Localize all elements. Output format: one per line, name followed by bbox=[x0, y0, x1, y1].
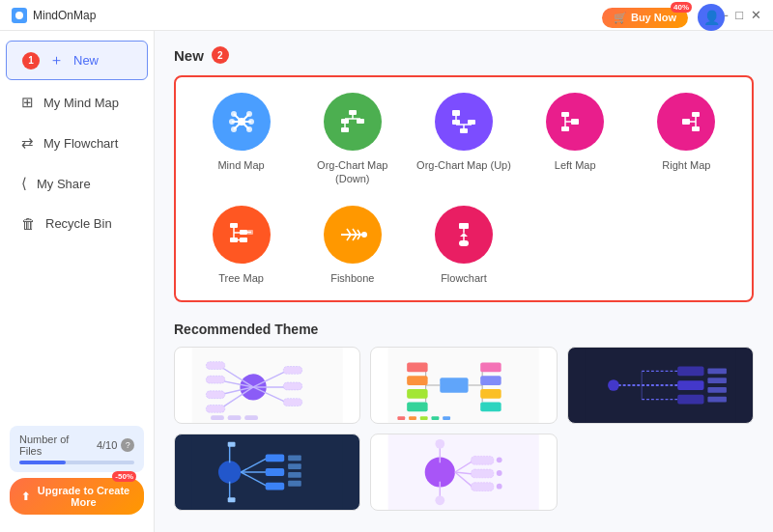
sidebar: 1 ＋ New ⊞ My Mind Map ⇄ My Flowchart ⟨ M… bbox=[0, 31, 155, 532]
mind-map-circle bbox=[213, 93, 271, 151]
map-item-fishbone[interactable]: Fishbone bbox=[302, 206, 402, 285]
svg-rect-111 bbox=[707, 368, 727, 374]
svg-rect-108 bbox=[677, 380, 703, 390]
svg-point-146 bbox=[497, 484, 502, 490]
plus-icon: ＋ bbox=[49, 51, 64, 70]
svg-rect-75 bbox=[206, 376, 225, 383]
buy-now-button[interactable]: 🛒 Buy Now 40% bbox=[602, 8, 688, 28]
info-icon[interactable]: ? bbox=[121, 438, 134, 452]
svg-rect-19 bbox=[357, 119, 364, 124]
svg-rect-40 bbox=[692, 112, 700, 117]
svg-rect-27 bbox=[468, 120, 475, 125]
sidebar-item-my-flowchart[interactable]: ⇄ My Flowchart bbox=[6, 125, 148, 161]
map-item-org-chart-up[interactable]: Org-Chart Map (Up) bbox=[414, 93, 513, 186]
user-icon: 👤 bbox=[703, 10, 720, 25]
main-layout: 1 ＋ New ⊞ My Mind Map ⇄ My Flowchart ⟨ M… bbox=[0, 31, 773, 532]
map-item-right-map[interactable]: Right Map bbox=[637, 93, 736, 186]
svg-point-8 bbox=[231, 111, 237, 117]
sidebar-item-my-share-label: My Share bbox=[37, 177, 91, 191]
upgrade-button[interactable]: ⬆ Upgrade to Create More -50% bbox=[10, 478, 144, 515]
svg-point-144 bbox=[497, 457, 502, 462]
flowchart-label: Flowchart bbox=[441, 271, 487, 285]
svg-point-140 bbox=[436, 495, 445, 505]
map-item-tree-map[interactable]: Tree Map bbox=[191, 206, 291, 285]
theme-card-5[interactable] bbox=[370, 434, 557, 511]
svg-rect-41 bbox=[692, 126, 700, 131]
sidebar-item-new[interactable]: 1 ＋ New bbox=[6, 41, 148, 80]
flowchart-icon: ⇄ bbox=[21, 134, 34, 152]
svg-rect-91 bbox=[407, 402, 427, 411]
svg-rect-143 bbox=[472, 483, 494, 491]
titlebar: MindOnMap ☰ ─ □ ✕ 🛒 Buy Now 40% 👤 bbox=[0, 0, 773, 31]
files-info: Number of Files 4/10 ? bbox=[10, 426, 144, 472]
right-map-label: Right Map bbox=[662, 158, 710, 172]
svg-rect-74 bbox=[206, 362, 225, 370]
maximize-icon[interactable]: □ bbox=[735, 8, 743, 22]
user-avatar[interactable]: 👤 bbox=[698, 4, 725, 31]
app-logo bbox=[12, 8, 27, 23]
svg-rect-112 bbox=[707, 378, 727, 383]
svg-rect-110 bbox=[677, 395, 703, 405]
mind-map-icon: ⊞ bbox=[21, 94, 34, 111]
svg-point-12 bbox=[231, 126, 237, 132]
svg-rect-94 bbox=[481, 362, 501, 372]
app-name: MindOnMap bbox=[33, 9, 96, 22]
svg-rect-21 bbox=[341, 127, 349, 132]
upgrade-badge: -50% bbox=[112, 471, 136, 482]
svg-rect-64 bbox=[459, 240, 469, 246]
titlebar-left: MindOnMap bbox=[12, 8, 96, 23]
theme-card-1[interactable] bbox=[174, 347, 360, 424]
map-item-left-map[interactable]: Left Map bbox=[526, 93, 625, 186]
svg-rect-125 bbox=[266, 454, 285, 462]
sidebar-item-recycle-bin-label: Recycle Bin bbox=[45, 216, 112, 231]
map-item-org-chart-down[interactable]: Org-Chart Map (Down) bbox=[302, 93, 402, 186]
svg-rect-85 bbox=[441, 378, 469, 393]
svg-rect-90 bbox=[407, 389, 427, 399]
svg-rect-83 bbox=[244, 415, 258, 420]
tree-map-circle bbox=[213, 206, 271, 264]
svg-point-145 bbox=[497, 470, 502, 476]
left-map-circle bbox=[546, 93, 604, 151]
files-label-text: Number of Files bbox=[19, 434, 93, 457]
map-item-mind-map[interactable]: Mind Map bbox=[191, 93, 291, 186]
close-icon[interactable]: ✕ bbox=[751, 8, 761, 22]
theme-card-4[interactable] bbox=[174, 434, 360, 511]
svg-rect-128 bbox=[288, 455, 301, 461]
svg-rect-123 bbox=[228, 442, 236, 447]
sidebar-item-my-share[interactable]: ⟨ My Share bbox=[6, 165, 148, 202]
theme-card-3[interactable] bbox=[567, 347, 754, 424]
svg-point-117 bbox=[218, 461, 241, 483]
svg-rect-34 bbox=[561, 112, 569, 117]
svg-point-139 bbox=[436, 439, 445, 449]
svg-point-10 bbox=[229, 119, 235, 125]
map-item-flowchart[interactable]: Flowchart bbox=[414, 206, 513, 285]
sidebar-item-my-mind-map[interactable]: ⊞ My Mind Map bbox=[6, 84, 148, 121]
svg-rect-51 bbox=[240, 238, 247, 242]
svg-point-9 bbox=[246, 111, 252, 117]
svg-rect-60 bbox=[459, 223, 469, 229]
sidebar-item-my-mind-map-label: My Mind Map bbox=[43, 96, 119, 110]
svg-point-59 bbox=[361, 232, 367, 238]
svg-point-0 bbox=[15, 12, 23, 19]
org-chart-up-label: Org-Chart Map (Up) bbox=[416, 158, 511, 172]
svg-point-13 bbox=[246, 126, 252, 132]
svg-rect-141 bbox=[472, 456, 494, 464]
svg-rect-99 bbox=[409, 416, 416, 420]
svg-rect-97 bbox=[481, 402, 501, 411]
files-progress-bar-bg bbox=[19, 461, 134, 464]
svg-rect-42 bbox=[230, 223, 238, 228]
upgrade-icon: ⬆ bbox=[21, 490, 30, 503]
org-chart-down-circle bbox=[324, 93, 382, 151]
theme-grid bbox=[174, 347, 754, 511]
svg-rect-129 bbox=[288, 463, 301, 469]
maps-grid-container: Mind Map bbox=[174, 75, 754, 302]
sidebar-item-my-flowchart-label: My Flowchart bbox=[43, 136, 118, 151]
sidebar-item-recycle-bin[interactable]: 🗑 Recycle Bin bbox=[6, 206, 148, 241]
theme-card-2[interactable] bbox=[370, 347, 557, 424]
left-map-label: Left Map bbox=[555, 158, 596, 172]
upgrade-label: Upgrade to Create More bbox=[35, 485, 132, 508]
share-icon: ⟨ bbox=[21, 175, 27, 192]
svg-point-107 bbox=[608, 379, 619, 391]
org-chart-down-label: Org-Chart Map (Down) bbox=[302, 158, 402, 186]
svg-rect-47 bbox=[247, 230, 253, 235]
